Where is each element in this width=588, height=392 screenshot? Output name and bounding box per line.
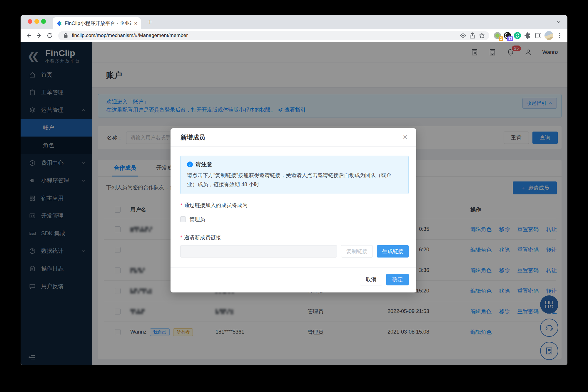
url-text[interactable]: finclip.com/mop/mechanism/#/Management/m… [72, 33, 457, 38]
close-window-button[interactable] [28, 19, 32, 24]
extensions-puzzle-icon[interactable] [523, 31, 532, 40]
member-role-label: *通过链接加入的成员将成为 [180, 202, 409, 209]
notice-alert: i 请注意 请点击下方“复制链接”按钮获得邀请链接，受邀请人点击邀请链接后自动成… [180, 156, 409, 194]
screen: FinClip小程序开放平台 - 企业端 × + finclip.com/mop… [0, 0, 588, 392]
extension-icon-1[interactable]: 1 [493, 31, 502, 40]
browser-menu-kebab-icon[interactable]: ⋮ [555, 31, 564, 40]
finclip-favicon [56, 21, 62, 26]
admin-checkbox[interactable] [180, 216, 186, 222]
admin-checkbox-label: 管理员 [189, 216, 205, 223]
new-tab-button[interactable]: + [148, 18, 152, 27]
invite-link-input[interactable] [180, 245, 337, 258]
invite-link-label: *邀请新成员链接 [180, 234, 409, 241]
extension-badge-1: 1 [499, 36, 503, 41]
tab-search-chevron-icon[interactable] [556, 20, 561, 24]
fullscreen-window-button[interactable] [41, 19, 46, 24]
extension-icon-3[interactable] [513, 31, 522, 40]
traffic-lights [28, 19, 46, 24]
generate-link-button[interactable]: 生成链接 [377, 245, 409, 258]
extension-icon-2[interactable]: 33 [503, 31, 512, 40]
side-panel-icon[interactable] [534, 31, 543, 40]
info-icon: i [187, 161, 193, 167]
tab-title: FinClip小程序开放平台 - 企业端 [65, 20, 131, 27]
refresh-icon[interactable] [45, 31, 54, 40]
bookmark-star-icon[interactable] [479, 32, 485, 39]
close-icon[interactable]: × [403, 133, 407, 141]
address-bar[interactable]: finclip.com/mop/mechanism/#/Management/m… [58, 31, 489, 40]
alert-title: 请注意 [196, 161, 212, 168]
alert-text: 请点击下方“复制链接”按钮获得邀请链接，受邀请人点击邀请链接后自动成为团队（或企… [187, 171, 402, 189]
browser-toolbar: finclip.com/mop/mechanism/#/Management/m… [21, 29, 567, 42]
share-icon[interactable] [469, 32, 476, 39]
cancel-button[interactable]: 取消 [360, 274, 382, 285]
add-member-modal: 新增成员 × i 请注意 请点击下方“复制链接”按钮获得邀请链接，受邀请人点击邀… [171, 128, 416, 292]
browser-tab[interactable]: FinClip小程序开放平台 - 企业端 × [53, 17, 141, 29]
extension-badge-2: 33 [507, 36, 513, 41]
required-asterisk: * [180, 202, 182, 208]
browser-profile-avatar[interactable] [544, 31, 553, 40]
back-icon[interactable] [24, 31, 33, 40]
forward-icon[interactable] [35, 31, 44, 40]
tab-strip: FinClip小程序开放平台 - 企业端 × + [21, 15, 567, 29]
copy-link-button[interactable]: 复制链接 [341, 245, 373, 258]
required-asterisk: * [180, 235, 182, 240]
finclip-app: ❮❮ FinClip 小程序开放平台 首页 工单管理 运营管理 账户 [21, 42, 567, 365]
preview-eye-icon[interactable] [460, 32, 466, 39]
modal-title: 新增成员 [181, 133, 205, 142]
minimize-window-button[interactable] [34, 19, 39, 24]
browser-window: FinClip小程序开放平台 - 企业端 × + finclip.com/mop… [21, 15, 567, 365]
confirm-button[interactable]: 确定 [386, 274, 409, 285]
lock-icon [62, 32, 69, 39]
tab-close-icon[interactable]: × [134, 21, 137, 26]
